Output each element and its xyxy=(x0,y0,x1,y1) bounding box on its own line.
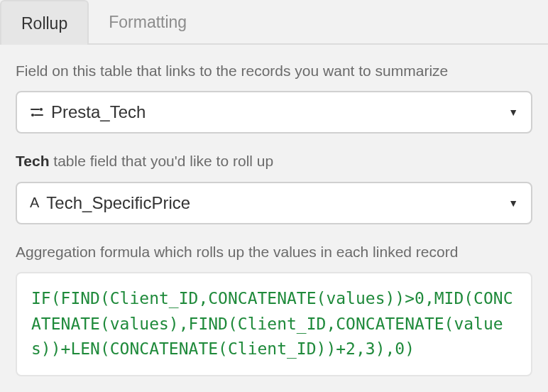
link-field-value: Presta_Tech xyxy=(51,102,501,122)
svg-point-3 xyxy=(31,114,34,116)
rollup-field-value: Tech_SpecificPrice xyxy=(46,193,501,213)
formula-input[interactable]: IF(FIND(Client_ID,CONCATENATE(values))>0… xyxy=(16,272,532,376)
link-field-select[interactable]: Presta_Tech ▼ xyxy=(16,91,532,134)
tabs: Rollup Formatting xyxy=(0,0,548,45)
link-icon xyxy=(30,105,44,119)
svg-point-1 xyxy=(40,108,43,111)
tab-formatting[interactable]: Formatting xyxy=(89,0,207,43)
chevron-down-icon: ▼ xyxy=(508,107,518,118)
rollup-field-select[interactable]: A Tech_SpecificPrice ▼ xyxy=(16,182,532,224)
table-name: Tech xyxy=(16,153,49,169)
aggregation-label: Aggregation formula which rolls up the v… xyxy=(16,241,532,262)
rollup-field-label: Tech table field that you'd like to roll… xyxy=(16,151,532,171)
text-field-icon: A xyxy=(30,195,39,211)
link-field-label: Field on this table that links to the re… xyxy=(16,60,532,81)
config-content: Field on this table that links to the re… xyxy=(0,45,548,376)
chevron-down-icon: ▼ xyxy=(508,197,518,209)
tab-rollup[interactable]: Rollup xyxy=(0,0,89,45)
